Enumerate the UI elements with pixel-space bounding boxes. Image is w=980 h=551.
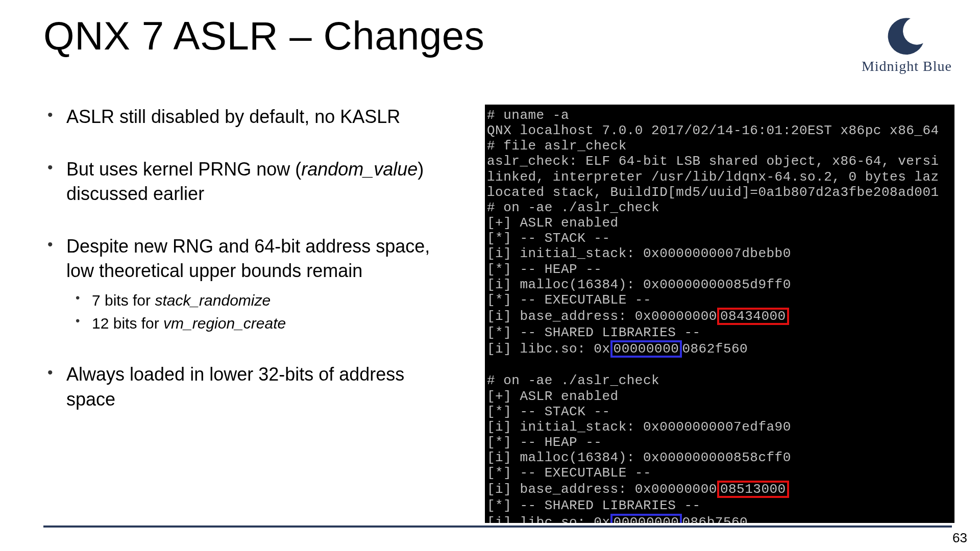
page-number: 63 <box>952 530 967 546</box>
term-line: 086b7560 <box>682 515 748 523</box>
bullet-3-text: Despite new RNG and 64-bit address space… <box>66 236 430 282</box>
slide-title: QNX 7 ASLR – Changes <box>43 13 484 59</box>
term-line: [*] -- HEAP -- <box>487 262 602 277</box>
term-line: [i] libc.so: 0x <box>487 515 610 523</box>
term-line: [*] -- STACK -- <box>487 404 610 419</box>
highlight-blue-1: 00000000 <box>610 340 682 358</box>
crescent-moon-icon <box>887 15 926 55</box>
footer-rule <box>43 525 952 528</box>
term-line: [i] initial_stack: 0x0000000007dbebb0 <box>487 246 791 261</box>
bullet-4: Always loaded in lower 32-bits of addres… <box>43 362 457 412</box>
bullet-2: But uses kernel PRNG now (random_value) … <box>43 157 457 207</box>
term-line: [i] base_address: 0x00000000 <box>487 482 717 497</box>
highlight-blue-2: 00000000 <box>610 514 682 523</box>
term-line: linked, interpreter /usr/lib/ldqnx-64.so… <box>487 169 939 185</box>
bullet-2-em: random_value <box>301 159 418 180</box>
term-line: [*] -- SHARED LIBRARIES -- <box>487 325 701 340</box>
term-line: [*] -- EXECUTABLE -- <box>487 465 651 481</box>
term-line: [i] initial_stack: 0x0000000007edfa90 <box>487 419 791 435</box>
bullet-3-1-a: 7 bits for <box>92 292 155 309</box>
term-line: 0862f560 <box>682 341 748 357</box>
bullet-1: ASLR still disabled by default, no KASLR <box>43 105 457 130</box>
term-line: [*] -- EXECUTABLE -- <box>487 292 651 308</box>
term-line: aslr_check: ELF 64-bit LSB shared object… <box>487 154 939 169</box>
term-line: [i] base_address: 0x00000000 <box>487 309 717 324</box>
bullet-content: ASLR still disabled by default, no KASLR… <box>43 105 457 439</box>
logo-text: Midnight Blue <box>862 58 952 74</box>
term-line: QNX localhost 7.0.0 2017/02/14-16:01:20E… <box>487 123 939 138</box>
bullet-3-1: 7 bits for stack_randomize <box>66 289 457 312</box>
term-line: [+] ASLR enabled <box>487 389 619 404</box>
bullet-3: Despite new RNG and 64-bit address space… <box>43 234 457 335</box>
highlight-red-2: 08513000 <box>717 481 789 498</box>
logo: Midnight Blue <box>862 15 952 74</box>
term-line: [*] -- HEAP -- <box>487 435 602 450</box>
term-line: [i] malloc(16384): 0x000000000858cff0 <box>487 450 791 465</box>
bullet-3-1-em: stack_randomize <box>155 292 271 309</box>
term-line: # uname -a <box>487 108 569 123</box>
bullet-3-2: 12 bits for vm_region_create <box>66 312 457 335</box>
bullet-3-2-em: vm_region_create <box>163 315 286 332</box>
term-line: [i] libc.so: 0x <box>487 341 610 357</box>
term-line: # file aslr_check <box>487 138 627 154</box>
highlight-red-1: 08434000 <box>717 308 789 325</box>
term-line: # on -ae ./aslr_check <box>487 373 659 388</box>
term-line: [*] -- STACK -- <box>487 231 610 246</box>
bullet-2-text-a: But uses kernel PRNG now ( <box>66 159 301 180</box>
slide: QNX 7 ASLR – Changes Midnight Blue ASLR … <box>0 0 980 551</box>
term-line: [*] -- SHARED LIBRARIES -- <box>487 498 701 513</box>
term-line: [+] ASLR enabled <box>487 215 619 231</box>
terminal-output: # uname -a QNX localhost 7.0.0 2017/02/1… <box>485 105 954 523</box>
term-line: [i] malloc(16384): 0x00000000085d9ff0 <box>487 277 791 292</box>
bullet-3-2-a: 12 bits for <box>92 315 163 332</box>
term-line: located stack, BuildID[md5/uuid]=0a1b807… <box>487 185 939 200</box>
term-line: # on -ae ./aslr_check <box>487 200 659 215</box>
